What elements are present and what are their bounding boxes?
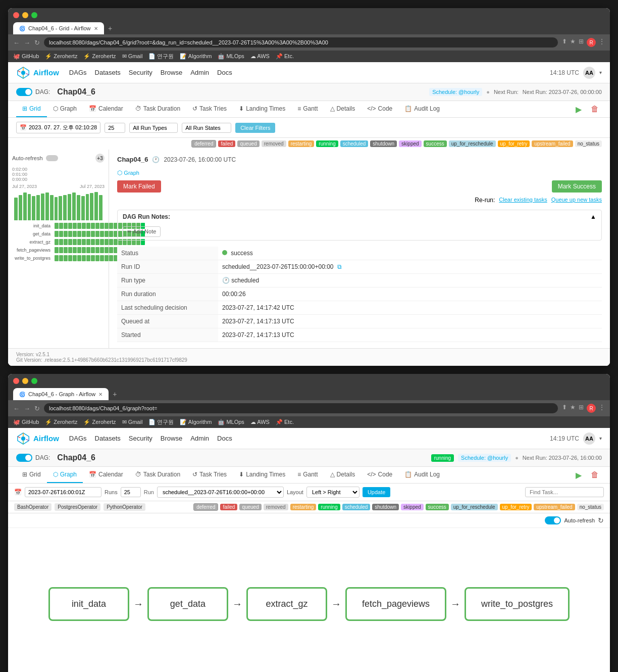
badge-upstream-failed-2[interactable]: upstream_failed — [534, 504, 575, 510]
cell[interactable] — [105, 255, 109, 261]
operator-python[interactable]: PythonOperator — [104, 503, 145, 511]
cell[interactable] — [77, 231, 81, 237]
cell[interactable] — [77, 255, 81, 261]
tab-audit-log-2[interactable]: 📋 Audit Log — [398, 467, 446, 483]
badge-restarting[interactable]: restarting — [288, 140, 315, 147]
tab-task-tries[interactable]: ↺ Task Tries — [186, 101, 233, 117]
forward-button-2[interactable]: → — [24, 405, 30, 412]
bookmark-aws[interactable]: ☁ AWS — [250, 53, 270, 60]
update-button[interactable]: Update — [363, 487, 390, 497]
cell[interactable] — [91, 223, 95, 229]
bookmark-etc[interactable]: 📌 Etc. — [276, 53, 294, 60]
share-icon[interactable]: ⬆ — [562, 38, 567, 47]
run-states-select[interactable]: All Run States — [182, 123, 231, 133]
cell[interactable] — [64, 247, 68, 253]
back-button[interactable]: ← — [13, 39, 20, 46]
bookmark-mlops-2[interactable]: 🤖 MLOps — [218, 419, 244, 425]
operator-bash[interactable]: BashOperator — [14, 503, 52, 511]
cell[interactable] — [64, 255, 68, 261]
dag-node-get-data[interactable]: get_data — [147, 587, 228, 621]
find-task-input[interactable] — [525, 487, 604, 497]
bookmark-algorithm-2[interactable]: 📝 Algorithm — [180, 419, 212, 425]
clear-filters-button[interactable]: Clear Filters — [235, 123, 275, 133]
close-button[interactable] — [13, 12, 19, 18]
notes-header[interactable]: DAG Run Notes: ▲ — [118, 210, 601, 223]
cell[interactable] — [82, 231, 86, 237]
menu-icon-2[interactable]: ⋮ — [599, 404, 605, 413]
cell[interactable] — [95, 247, 99, 253]
new-tab-button[interactable]: + — [104, 22, 116, 34]
new-tab-button-2[interactable]: + — [109, 388, 121, 400]
runs-select[interactable]: 25 — [105, 123, 125, 133]
avatar-caret-2[interactable]: ▾ — [599, 436, 602, 441]
badge-restarting-2[interactable]: restarting — [290, 504, 317, 510]
cell[interactable] — [73, 223, 77, 229]
graph-auto-refresh-toggle[interactable] — [545, 516, 561, 524]
tab-close[interactable]: ✕ — [94, 26, 98, 31]
cell[interactable] — [64, 231, 68, 237]
cell[interactable] — [100, 247, 104, 253]
cell[interactable] — [100, 223, 104, 229]
bookmark-icon[interactable]: ★ — [570, 38, 576, 47]
forward-button[interactable]: → — [24, 39, 30, 46]
nav-browse[interactable]: Browse — [161, 69, 182, 76]
operator-postgres[interactable]: PostgresOperator — [55, 503, 100, 511]
cell[interactable] — [73, 255, 77, 261]
user-avatar[interactable]: AA — [583, 67, 595, 79]
cell[interactable] — [91, 231, 95, 237]
nav-docs-2[interactable]: Docs — [217, 435, 232, 442]
delete-button-2[interactable]: 🗑 — [588, 469, 602, 482]
cell[interactable] — [59, 247, 63, 253]
extensions-icon-2[interactable]: ⊞ — [579, 404, 584, 413]
tab-task-duration[interactable]: ⏱ Task Duration — [129, 101, 186, 117]
nav-admin-2[interactable]: Admin — [190, 435, 209, 442]
cell[interactable] — [68, 255, 72, 261]
bookmark-gmail[interactable]: ✉ Gmail — [122, 53, 143, 60]
date-filter[interactable]: 📅 2023. 07. 27. 오후 02:10:28 — [16, 122, 100, 133]
tab-code-2[interactable]: </> Code — [361, 467, 398, 483]
badge-up-retry[interactable]: up_for_retry — [498, 140, 530, 147]
close-button-2[interactable] — [13, 378, 19, 384]
copy-icon[interactable]: ⧉ — [337, 263, 342, 270]
cell[interactable] — [77, 247, 81, 253]
bookmark-algorithm[interactable]: 📝 Algorithm — [180, 53, 212, 60]
cell[interactable] — [64, 223, 68, 229]
nav-browse-2[interactable]: Browse — [161, 435, 182, 442]
bookmark-zerohertz1[interactable]: ⚡ Zerohertz — [45, 53, 77, 60]
refresh-button-2[interactable]: ↻ — [34, 405, 40, 412]
bookmark-zerohertz2[interactable]: ⚡ Zerohertz — [83, 53, 116, 60]
cell[interactable] — [59, 255, 63, 261]
minimize-button-2[interactable] — [22, 378, 28, 384]
tab-task-duration-2[interactable]: ⏱ Task Duration — [129, 467, 186, 483]
cell[interactable] — [68, 239, 72, 245]
run-types-select[interactable]: All Run Types — [129, 123, 178, 133]
mark-success-button[interactable]: Mark Success — [552, 180, 602, 193]
cell[interactable] — [55, 239, 59, 245]
tab-grid-2[interactable]: ⊞ Grid — [16, 467, 47, 483]
nav-docs[interactable]: Docs — [217, 69, 232, 76]
profile-icon-2[interactable]: R — [587, 404, 596, 413]
badge-removed[interactable]: removed — [262, 140, 286, 147]
badge-skipped[interactable]: skipped — [399, 140, 421, 147]
mark-failed-button[interactable]: Mark Failed — [117, 180, 161, 193]
tab-calendar[interactable]: 📅 Calendar — [83, 101, 129, 117]
dag-node-extract-gz[interactable]: extract_gz — [246, 587, 327, 621]
cell[interactable] — [91, 247, 95, 253]
user-avatar-2[interactable]: AA — [583, 433, 595, 445]
active-tab-2[interactable]: 🌀 Chap04_6 - Graph - Airflow ✕ — [13, 388, 109, 400]
graph-date-input[interactable] — [25, 487, 101, 497]
cell[interactable] — [105, 247, 109, 253]
badge-scheduled-2[interactable]: scheduled — [342, 504, 371, 510]
layout-select[interactable]: Left > Right — [306, 487, 359, 498]
tab-landing-times[interactable]: ⬇ Landing Times — [233, 101, 291, 117]
run-select[interactable]: scheduled__2023-07-26T16:00:00+00:00 — [157, 487, 284, 498]
badge-up-reschedule-2[interactable]: up_for_reschedule — [451, 504, 498, 510]
cell[interactable] — [59, 239, 63, 245]
cell[interactable] — [59, 223, 63, 229]
refresh-button[interactable]: ↻ — [34, 39, 40, 46]
tab-task-tries-2[interactable]: ↺ Task Tries — [186, 467, 233, 483]
badge-shutdown[interactable]: shutdown — [370, 140, 397, 147]
tab-audit-log[interactable]: 📋 Audit Log — [398, 101, 446, 117]
tab-details[interactable]: △ Details — [324, 101, 362, 117]
share-icon-2[interactable]: ⬆ — [562, 404, 567, 413]
